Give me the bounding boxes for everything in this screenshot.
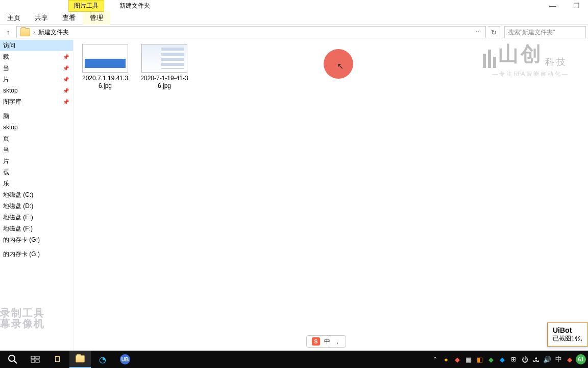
sidebar-quick-access[interactable]: 访问 [0,40,73,51]
ime-lang: 中 [324,337,330,346]
start-button[interactable] [2,351,23,368]
refresh-button[interactable]: ↻ [488,26,500,38]
tray-volume-icon[interactable]: 🔊 [542,354,552,364]
sidebar-item[interactable]: 载📌 [0,51,73,62]
sidebar-item[interactable]: sktop [0,122,73,133]
svg-rect-5 [36,360,39,362]
tray-icon[interactable]: ⏻ [520,354,530,364]
app-icon: ◔ [99,355,106,364]
sidebar-item[interactable]: 片📌 [0,74,73,85]
uibot-icon: UB [120,354,130,364]
pin-icon: 📌 [63,65,69,71]
tray-icon[interactable]: ◆ [565,354,575,364]
tray-icon[interactable]: ⌃ [430,354,440,364]
sidebar-drive[interactable]: 地磁盘 (D:) [0,200,73,212]
sidebar-item[interactable]: 当 [0,144,73,155]
svg-point-0 [9,355,15,361]
ribbon-tab-home[interactable]: 主页 [0,11,28,25]
address-bar-row: ↑ › 新建文件夹 ﹀ ↻ 搜索"新建文件夹" [0,25,588,40]
window-title: 新建文件夹 [119,2,150,10]
sidebar-item[interactable]: 脑 [0,110,73,122]
file-item[interactable]: 2020.7.1.19.41.36.jpg [81,44,130,90]
contextual-tab-label: 图片工具 [68,0,104,12]
search-placeholder: 搜索"新建文件夹" [508,28,555,37]
sidebar-item[interactable]: 当📌 [0,62,73,74]
ribbon-tab-view[interactable]: 查看 [55,11,83,25]
sidebar-item[interactable]: sktop📌 [0,85,73,96]
search-icon [8,354,18,364]
svg-rect-3 [36,356,39,359]
taskview-icon [30,354,40,364]
sidebar-drive[interactable]: 地磁盘 (C:) [0,189,73,200]
minimize-button[interactable]: ― [541,0,565,11]
folder-icon [76,355,85,362]
search-input[interactable]: 搜索"新建文件夹" [504,26,586,38]
file-thumbnail [141,44,187,73]
tray-icon[interactable]: ⛨ [508,354,519,364]
navigation-pane: 访问 载📌 当📌 片📌 sktop📌 图字库📌 脑 sktop 页 当 片 载 … [0,40,74,351]
folder-icon [20,28,30,36]
taskbar-app-explorer[interactable] [69,351,91,368]
ime-mode: ， [334,337,340,346]
maximize-button[interactable]: ☐ [565,0,588,11]
ribbon-tabs: 主页 共享 查看 管理 [0,11,588,25]
tray-icon[interactable]: ◆ [452,354,462,364]
cursor-icon: ↖ [337,61,344,71]
file-area[interactable]: 2020.7.1.19.41.36.jpg 2020-7-1-19-41-36.… [74,40,588,351]
sidebar-drive[interactable]: 地磁盘 (E:) [0,212,73,223]
tray-network-icon[interactable]: 🖧 [531,354,541,364]
tray-icon[interactable]: ◆ [497,354,507,364]
file-name: 2020.7.1.19.41.36.jpg [81,75,130,90]
tray-ime-lang[interactable]: 中 [553,354,564,364]
pin-icon: 📌 [63,77,69,82]
taskbar: 🗒 ◔ UB ⌃ ● ◆ ▦ ◧ ◆ ◆ ⛨ ⏻ 🖧 🔊 中 ◆ 61 [0,351,588,368]
pin-icon: 📌 [63,54,69,60]
taskbar-app[interactable]: 🗒 [47,351,68,368]
svg-rect-4 [31,360,35,362]
svg-line-1 [14,361,17,363]
sidebar-drive[interactable]: 地磁盘 (F:) [0,223,73,234]
pin-icon: 📌 [63,88,69,94]
task-view-button[interactable] [24,351,46,368]
taskbar-app-uibot[interactable]: UB [114,351,136,368]
sidebar-item[interactable]: 载 [0,167,73,178]
taskbar-app[interactable]: ◔ [92,351,113,368]
sidebar-item[interactable]: 页 [0,133,73,144]
file-item[interactable]: 2020-7-1-19-41-36.jpg [140,44,189,90]
breadcrumb-current[interactable]: 新建文件夹 [38,28,69,37]
breadcrumb-separator-icon: › [33,29,35,36]
tray-icon[interactable]: ◆ [486,354,496,364]
file-thumbnail [82,44,128,73]
pin-icon: 📌 [63,99,69,105]
ime-indicator[interactable]: S 中 ， [306,335,346,348]
ribbon-tab-manage[interactable]: 管理 [83,11,110,25]
toast-body: 已截图1张, [553,334,582,343]
address-dropdown-icon[interactable]: ﹀ [473,29,482,36]
file-name: 2020-7-1-19-41-36.jpg [140,75,189,90]
brand-watermark: 山创 科技 — 专 注 RPA 智 能 自 动 化 — [483,40,568,78]
sidebar-item[interactable]: 乐 [0,178,73,189]
tray-icon[interactable]: ● [441,354,451,364]
system-tray: ⌃ ● ◆ ▦ ◧ ◆ ◆ ⛨ ⏻ 🖧 🔊 中 ◆ 61 [430,354,586,364]
nav-up-button[interactable]: ↑ [2,26,14,38]
tray-icon[interactable]: ▦ [463,354,474,364]
tray-clock-badge[interactable]: 61 [576,354,586,364]
svg-rect-2 [31,356,35,359]
ribbon-tab-share[interactable]: 共享 [28,11,55,25]
click-highlight-marker: ↖ [324,49,353,79]
sogou-icon: S [312,337,320,346]
address-bar[interactable]: › 新建文件夹 ﹀ [16,26,486,38]
tray-icon[interactable]: ◧ [475,354,485,364]
sidebar-item[interactable]: 片 [0,155,73,167]
title-bar: 图片工具 新建文件夹 ― ☐ [0,0,588,11]
uibot-toast[interactable]: UiBot 已截图1张, [547,323,588,347]
recorder-watermark: 录制工具 幕录像机 [0,308,45,329]
sidebar-drive[interactable]: 的内存卡 (G:) [0,248,73,260]
toast-title: UiBot [553,326,582,334]
sidebar-drive[interactable]: 的内存卡 (G:) [0,234,73,245]
sidebar-item[interactable]: 图字库📌 [0,96,73,107]
sticky-notes-icon: 🗒 [54,355,62,364]
